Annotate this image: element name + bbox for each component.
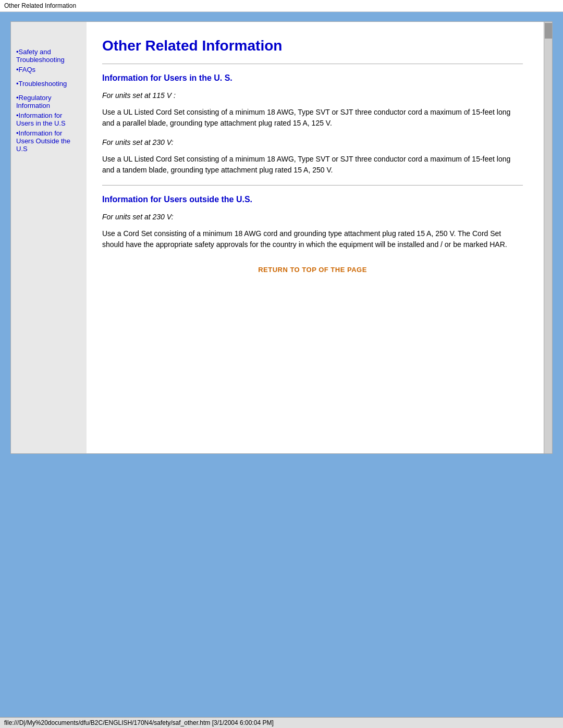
sidebar-item-regulatory-info[interactable]: •Regulatory Information — [16, 94, 81, 109]
title-bar-text: Other Related Information — [4, 2, 76, 9]
section2-title: Information for Users outside the U.S. — [102, 195, 523, 204]
section2-sub1-body: Use a Cord Set consisting of a minimum 1… — [102, 228, 523, 250]
divider-top — [102, 64, 523, 64]
page-layout: •Safety and Troubleshooting •FAQs •Troub… — [11, 22, 552, 453]
sidebar-item-info-users-outside[interactable]: •Information for Users Outside the U.S — [16, 129, 81, 153]
sidebar-group-3: •Regulatory Information •Information for… — [16, 94, 81, 153]
sidebar-item-safety-troubleshooting[interactable]: •Safety and Troubleshooting — [16, 48, 81, 64]
section1-sub2-body: Use a UL Listed Cord Set consisting of a… — [102, 154, 523, 176]
main-content: Other Related Information Information fo… — [87, 22, 544, 453]
section1-sub1-body: Use a UL Listed Cord Set consisting of a… — [102, 107, 523, 129]
scrollbar-thumb[interactable] — [545, 23, 552, 39]
sidebar-item-troubleshooting[interactable]: •Troubleshooting — [16, 80, 81, 88]
status-bar-text: file:///D|/My%20documents/dfu/B2C/ENGLIS… — [4, 719, 274, 726]
section1-sub1-heading: For units set at 115 V : — [102, 91, 523, 100]
section2-sub1-heading: For units set at 230 V: — [102, 213, 523, 221]
sidebar: •Safety and Troubleshooting •FAQs •Troub… — [11, 22, 87, 453]
scrollbar[interactable] — [544, 22, 552, 453]
section1-sub2-heading: For units set at 230 V: — [102, 138, 523, 146]
title-bar: Other Related Information — [0, 0, 563, 12]
return-to-top-link[interactable]: RETURN TO TOP OF THE PAGE — [102, 266, 523, 274]
sidebar-item-faqs[interactable]: •FAQs — [16, 66, 81, 73]
sidebar-group-2: •Troubleshooting — [16, 80, 81, 88]
page-title: Other Related Information — [102, 38, 523, 54]
divider-middle — [102, 185, 523, 186]
sidebar-item-info-users-us[interactable]: •Information for Users in the U.S — [16, 112, 81, 127]
sidebar-group-1: •Safety and Troubleshooting •FAQs — [16, 48, 81, 73]
browser-content: •Safety and Troubleshooting •FAQs •Troub… — [10, 21, 553, 454]
status-bar: file:///D|/My%20documents/dfu/B2C/ENGLIS… — [0, 717, 563, 728]
section1-title: Information for Users in the U. S. — [102, 73, 523, 83]
